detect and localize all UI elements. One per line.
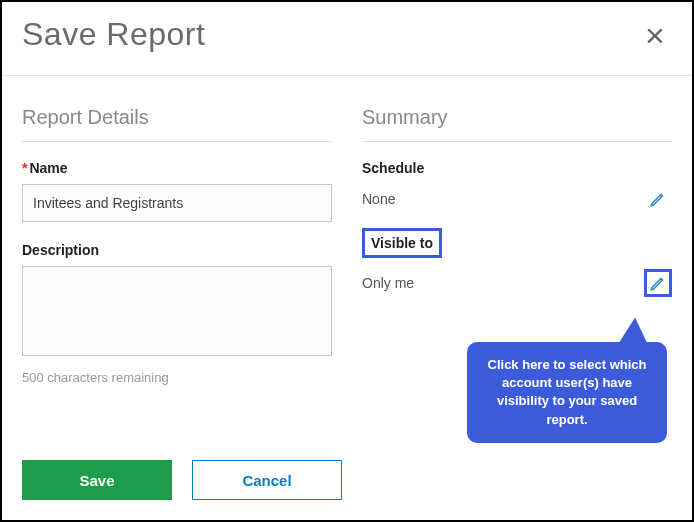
report-details-heading: Report Details <box>22 106 332 142</box>
dialog-title: Save Report <box>22 16 205 53</box>
annotation-callout: Click here to select which account user(… <box>467 342 667 443</box>
schedule-row: None <box>362 184 672 214</box>
required-asterisk: * <box>22 160 27 176</box>
schedule-value: None <box>362 191 395 207</box>
dialog-footer: Save Cancel <box>22 460 342 500</box>
report-details-column: Report Details * Name Description 500 ch… <box>22 106 332 385</box>
save-button[interactable]: Save <box>22 460 172 500</box>
pencil-icon <box>649 190 667 208</box>
description-input[interactable] <box>22 266 332 356</box>
cancel-button[interactable]: Cancel <box>192 460 342 500</box>
description-label: Description <box>22 242 332 258</box>
summary-heading: Summary <box>362 106 672 142</box>
name-input[interactable] <box>22 184 332 222</box>
visible-to-label: Visible to <box>362 228 442 258</box>
name-label-text: Name <box>29 160 67 176</box>
name-label: * Name <box>22 160 332 176</box>
close-icon[interactable]: × <box>638 18 672 52</box>
char-remaining: 500 characters remaining <box>22 370 332 385</box>
pencil-icon <box>649 274 667 292</box>
dialog-header: Save Report × <box>2 2 692 76</box>
visible-to-row: Only me <box>362 268 672 298</box>
edit-schedule-button[interactable] <box>644 185 672 213</box>
schedule-label: Schedule <box>362 160 672 176</box>
visible-to-value: Only me <box>362 275 414 291</box>
edit-visibility-button[interactable] <box>644 269 672 297</box>
